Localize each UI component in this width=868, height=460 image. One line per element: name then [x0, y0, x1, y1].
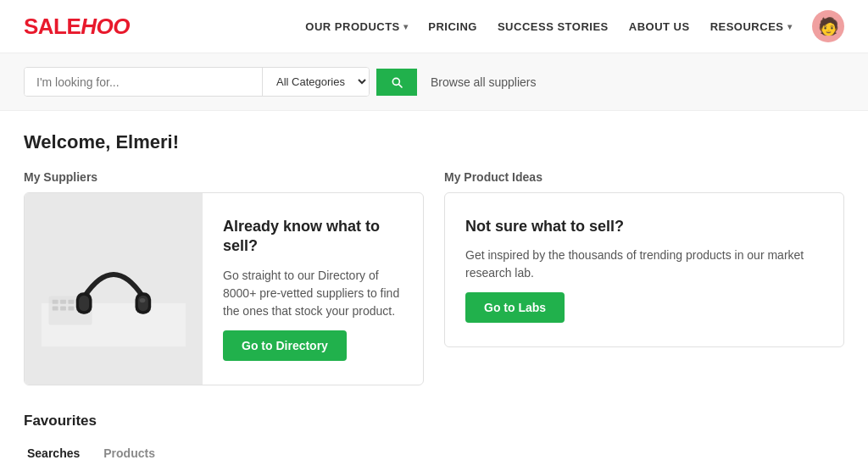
nav-our-products[interactable]: OUR PRODUCTS ▾: [305, 20, 408, 33]
my-suppliers-section: My Suppliers: [24, 170, 424, 385]
svg-rect-6: [53, 306, 58, 310]
my-suppliers-title: My Suppliers: [24, 170, 424, 184]
svg-point-13: [140, 298, 146, 302]
search-input-group: All Categories: [24, 67, 370, 97]
search-bar: All Categories Browse all suppliers: [0, 53, 868, 111]
chevron-down-icon: ▾: [403, 22, 409, 31]
search-input[interactable]: [25, 68, 262, 96]
favourites-section: Favourites Searches Products: [24, 413, 844, 460]
product-ideas-card: Not sure what to sell? Get inspired by t…: [444, 192, 844, 347]
svg-rect-10: [79, 296, 89, 312]
suppliers-card-desc: Go straight to our Directory of 8000+ pr…: [223, 267, 403, 320]
chevron-down-icon: ▾: [787, 22, 793, 31]
headphones-icon: [42, 230, 186, 348]
go-to-directory-button[interactable]: Go to Directory: [223, 330, 347, 361]
svg-rect-7: [60, 306, 66, 310]
logo[interactable]: SALEHOO: [24, 14, 130, 40]
svg-rect-2: [53, 300, 58, 304]
product-ideas-card-desc: Get inspired by the thousands of trendin…: [465, 247, 823, 282]
main-nav: OUR PRODUCTS ▾ PRICING SUCCESS STORIES A…: [305, 10, 844, 42]
header: SALEHOO OUR PRODUCTS ▾ PRICING SUCCESS S…: [0, 0, 868, 53]
nav-success-stories[interactable]: SUCCESS STORIES: [498, 20, 609, 33]
nav-pricing[interactable]: PRICING: [428, 20, 477, 33]
nav-about-us[interactable]: ABOUT US: [629, 20, 690, 33]
svg-rect-4: [68, 300, 74, 304]
logo-hoo: HOO: [81, 14, 130, 40]
logo-sale: SALE: [24, 14, 81, 40]
suppliers-card-title: Already know what to sell?: [223, 217, 403, 257]
go-to-labs-button[interactable]: Go to Labs: [465, 292, 565, 323]
category-select[interactable]: All Categories: [262, 68, 369, 96]
favourites-tabs: Searches Products: [24, 440, 844, 460]
svg-rect-3: [60, 300, 66, 304]
svg-rect-8: [68, 306, 74, 310]
welcome-heading: Welcome, Elmeri!: [24, 131, 844, 153]
suppliers-card: Already know what to sell? Go straight t…: [24, 192, 424, 385]
suppliers-card-body: Already know what to sell? Go straight t…: [203, 193, 423, 385]
tab-products[interactable]: Products: [100, 440, 169, 460]
my-product-ideas-section: My Product Ideas Not sure what to sell? …: [444, 170, 844, 385]
avatar[interactable]: 🧑: [812, 10, 844, 42]
main-content: Welcome, Elmeri! My Suppliers: [0, 111, 868, 460]
browse-all-suppliers-link[interactable]: Browse all suppliers: [431, 75, 537, 89]
search-button[interactable]: [376, 69, 417, 96]
product-ideas-card-title: Not sure what to sell?: [465, 217, 823, 236]
tab-searches[interactable]: Searches: [24, 440, 93, 460]
search-icon: [390, 75, 403, 89]
headphones-image: [25, 193, 203, 385]
nav-resources[interactable]: RESOURCES ▾: [710, 20, 792, 33]
cards-section: My Suppliers: [24, 170, 844, 385]
favourites-title: Favourites: [24, 413, 844, 430]
my-product-ideas-title: My Product Ideas: [444, 170, 844, 184]
svg-rect-12: [138, 296, 148, 312]
